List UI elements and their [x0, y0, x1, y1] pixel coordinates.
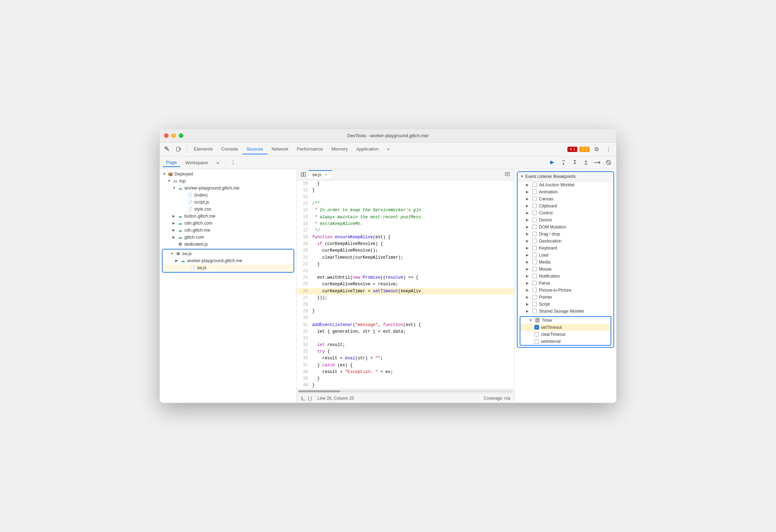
bp-item-geolocation[interactable]: ▶ Geolocation — [518, 238, 613, 245]
tree-item-worker-playground[interactable]: ▼ ☁ worker-playground.glitch.me — [160, 185, 296, 192]
inspect-icon[interactable] — [163, 144, 172, 154]
bp-checkbox-settimeout[interactable] — [534, 325, 539, 330]
bp-checkbox[interactable] — [532, 267, 537, 271]
tab-performance[interactable]: Performance — [292, 144, 327, 154]
bp-checkbox[interactable] — [532, 295, 537, 299]
page-tab[interactable]: Page — [163, 158, 180, 167]
bp-item-canvas[interactable]: ▶ Canvas — [518, 195, 613, 202]
bp-checkbox[interactable] — [532, 225, 537, 229]
settings-icon[interactable]: ⚙ — [592, 144, 601, 154]
tab-console[interactable]: Console — [217, 144, 242, 154]
step-button[interactable] — [592, 158, 602, 167]
bp-checkbox[interactable] — [532, 309, 537, 313]
more-options-icon[interactable]: ⋮ — [228, 158, 238, 167]
tree-item-glitch-com[interactable]: ▶ ☁ glitch.com — [160, 234, 296, 241]
tree-item-deployed[interactable]: ▼ 📦 Deployed — [160, 171, 296, 178]
more-subtabs[interactable]: » — [213, 159, 222, 167]
bp-item-mouse[interactable]: ▶ Mouse — [518, 266, 613, 273]
bp-checkbox[interactable] — [532, 189, 537, 194]
bp-checkbox[interactable] — [532, 239, 537, 243]
tree-item-index[interactable]: ▶ 📄 (index) — [160, 192, 296, 199]
tab-network[interactable]: Network — [268, 144, 293, 154]
bp-item-ad-auction[interactable]: ▶ Ad Auction Worklet — [518, 181, 613, 188]
bp-checkbox[interactable] — [532, 281, 537, 285]
tab-memory[interactable]: Memory — [327, 144, 352, 154]
bp-item-control[interactable]: ▶ Control — [518, 210, 613, 217]
bp-arrow: ▶ — [526, 302, 530, 306]
event-listener-breakpoints-header[interactable]: ▼ Event Listener Breakpoints — [518, 172, 613, 181]
device-icon[interactable] — [174, 144, 184, 154]
scrollbar-thumb[interactable] — [298, 390, 340, 392]
tree-item-swjs-file[interactable]: ▶ 📄 sw.js — [163, 264, 294, 271]
workspace-tab[interactable]: Workspace — [182, 159, 211, 167]
tree-item-worker-playground-sw[interactable]: ▶ ☁ worker-playground.glitch.me — [163, 257, 294, 264]
maximize-button[interactable] — [179, 133, 183, 138]
resume-button[interactable] — [547, 158, 557, 167]
bp-checkbox[interactable] — [532, 197, 537, 201]
bp-item-animation[interactable]: ▶ Animation — [518, 188, 613, 195]
bp-checkbox-setinterval[interactable] — [534, 339, 539, 344]
bp-sub-item-cleartimeout[interactable]: clearTimeout — [520, 331, 611, 338]
tree-item-top[interactable]: ▼ ▭ top — [160, 178, 296, 185]
bp-sub-item-setinterval[interactable]: setInterval — [520, 338, 611, 345]
tab-application[interactable]: Application — [352, 144, 383, 154]
code-tab-close[interactable]: × — [323, 172, 328, 177]
bp-item-media[interactable]: ▶ Media — [518, 259, 613, 266]
bp-item-script[interactable]: ▶ Script — [518, 301, 613, 308]
bp-item-dom-mutation[interactable]: ▶ DOM Mutation — [518, 224, 613, 231]
file-tree-toggle[interactable] — [298, 172, 309, 177]
bp-checkbox[interactable] — [532, 288, 537, 292]
bp-checkbox[interactable] — [532, 218, 537, 222]
bp-checkbox[interactable] — [532, 232, 537, 236]
bp-item-shared-storage[interactable]: ▶ Shared Storage Worklet — [518, 308, 613, 315]
bp-item-notification[interactable]: ▶ Notification — [518, 273, 613, 280]
bp-item-load[interactable]: ▶ Load — [518, 252, 613, 259]
bp-checkbox[interactable] — [532, 260, 537, 264]
code-area[interactable]: 10 } 11 } 12 13 /** 14 * In order — [297, 180, 514, 389]
scrollbar-track[interactable] — [298, 390, 513, 392]
bp-checkbox-timer[interactable]: — — [535, 318, 540, 322]
step-into-button[interactable] — [570, 158, 580, 167]
deactivate-breakpoints-button[interactable] — [604, 158, 613, 167]
tree-item-stylecss[interactable]: ▶ 📄 style.css — [160, 206, 296, 213]
bp-item-pointer[interactable]: ▶ Pointer — [518, 294, 613, 301]
tab-sources[interactable]: Sources — [242, 144, 268, 154]
bp-checkbox[interactable] — [532, 211, 537, 215]
tree-item-cdn-com[interactable]: ▶ ☁ cdn.glitch.com — [160, 220, 296, 227]
bp-checkbox[interactable] — [532, 302, 537, 306]
bp-item-clipboard[interactable]: ▶ Clipboard — [518, 202, 613, 210]
tab-elements[interactable]: Elements — [190, 144, 217, 154]
more-menu-icon[interactable]: ⋮ — [604, 144, 613, 154]
tree-item-label: cdn.glitch.me — [184, 228, 210, 233]
step-over-button[interactable] — [559, 158, 568, 167]
format-button[interactable]: { } — [301, 396, 312, 401]
bp-item-keyboard[interactable]: ▶ Keyboard — [518, 245, 613, 252]
bp-checkbox-cleartimeout[interactable] — [534, 332, 539, 337]
minimize-button[interactable] — [171, 133, 176, 138]
code-tab-swjs[interactable]: sw.js × — [309, 170, 332, 179]
bp-item-parse[interactable]: ▶ Parse — [518, 280, 613, 287]
error-badge[interactable]: ✕ 1 — [567, 147, 577, 152]
bp-checkbox[interactable] — [532, 253, 537, 257]
horizontal-scrollbar[interactable] — [297, 389, 514, 393]
bp-item-timer[interactable]: ▼ — Timer — [520, 317, 611, 324]
step-out-button[interactable] — [581, 158, 591, 167]
tab-more[interactable]: » — [383, 144, 394, 154]
pretty-print-button[interactable] — [502, 171, 513, 178]
bp-sub-item-settimeout[interactable]: setTimeout — [520, 324, 611, 331]
close-button[interactable] — [164, 133, 169, 138]
tree-item-swjs-root[interactable]: ▼ ⚙ sw.js — [163, 250, 294, 257]
warn-badge[interactable]: ⚠ 1 — [579, 147, 590, 152]
code-line: 10 } — [297, 180, 514, 187]
bp-checkbox[interactable] — [532, 246, 537, 250]
bp-item-device[interactable]: ▶ Device — [518, 217, 613, 224]
tree-item-button-glitch[interactable]: ▶ ☁ button.glitch.me — [160, 213, 296, 220]
tree-item-scriptjs[interactable]: ▶ 📄 script.js — [160, 199, 296, 206]
bp-item-picture-in-picture[interactable]: ▶ Picture-in-Picture — [518, 287, 613, 294]
tree-item-cdn-me[interactable]: ▶ ☁ cdn.glitch.me — [160, 227, 296, 234]
tree-item-dedicatedjs[interactable]: ▶ ⚙ dedicated.js — [160, 241, 296, 248]
bp-checkbox[interactable] — [532, 204, 537, 208]
bp-checkbox[interactable] — [532, 274, 537, 278]
bp-checkbox[interactable] — [532, 182, 537, 187]
bp-item-drag-drop[interactable]: ▶ Drag / drop — [518, 231, 613, 238]
